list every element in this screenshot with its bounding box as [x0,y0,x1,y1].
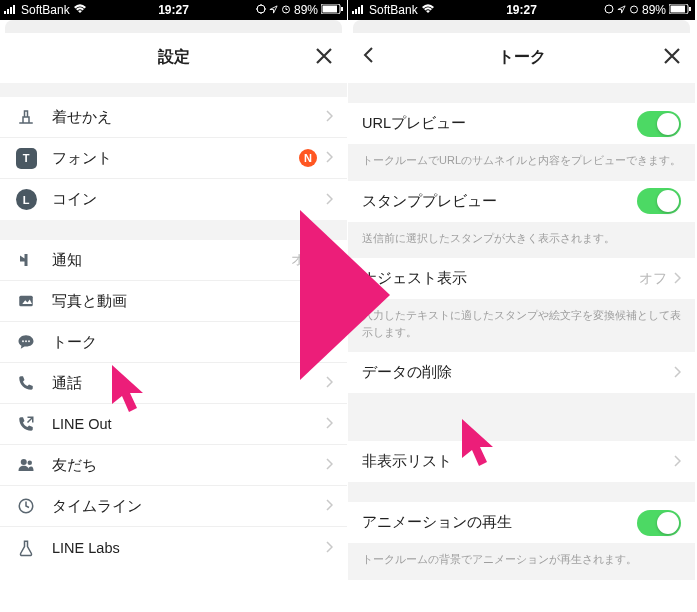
svg-point-19 [28,340,30,342]
row-value: オフ [639,270,667,288]
settings-row-talk[interactable]: トーク [0,322,347,363]
row-suggest[interactable]: ナジェスト表示 オフ [348,258,695,299]
alarm-icon [629,3,639,17]
row-label: データの削除 [362,363,673,382]
battery-icon [669,3,691,17]
row-desc: トークルームの背景でアニメーションが再生されます。 [348,543,695,580]
chevron-right-icon [325,293,333,309]
time-label: 19:27 [506,3,537,17]
row-label: 通話 [52,374,325,393]
row-label: LINE Out [52,416,325,432]
chevron-right-icon [673,271,681,287]
row-hidden-list[interactable]: 非表示リスト [348,441,695,482]
row-desc: 送信前に選択したスタンプが大きく表示されます。 [348,222,695,259]
close-button[interactable] [663,45,681,71]
chevron-right-icon [325,334,333,350]
brush-icon [14,105,38,129]
carrier-label: SoftBank [21,3,70,17]
svg-rect-27 [361,5,363,14]
row-label: アニメーションの再生 [362,513,637,532]
row-label: 非表示リスト [362,452,673,471]
svg-point-21 [28,461,33,466]
nav-bar: トーク [348,33,695,83]
row-stamp-preview[interactable]: スタンププレビュー [348,181,695,222]
row-label: コイン [52,190,325,209]
row-desc: トークルームでURLのサムネイルと内容をプレビューできます。 [348,144,695,181]
svg-rect-2 [10,7,12,14]
svg-point-17 [22,340,24,342]
status-bar: SoftBank 19:27 89% [0,0,347,20]
nav-arrow-icon [617,3,626,17]
toggle-animation[interactable] [637,510,681,536]
settings-row-friends[interactable]: 友だち [0,445,347,486]
page-title: 設定 [158,47,190,68]
row-animation[interactable]: アニメーションの再生 [348,502,695,543]
chevron-right-icon [325,252,333,268]
row-value: オン [291,251,319,269]
row-url-preview[interactable]: URLプレビュー [348,103,695,144]
svg-rect-25 [355,9,357,14]
svg-rect-32 [689,7,691,11]
settings-row-coin[interactable]: L コイン [0,179,347,220]
chevron-right-icon [325,192,333,208]
svg-point-20 [21,459,27,465]
wifi-icon [73,3,87,17]
lineout-icon [14,412,38,436]
nav-arrow-icon [269,3,278,17]
svg-rect-3 [13,5,15,14]
bell-icon [14,248,38,272]
svg-rect-1 [7,9,9,14]
svg-rect-26 [358,7,360,14]
row-label: URLプレビュー [362,114,637,133]
row-label: 通知 [52,251,291,270]
svg-point-28 [605,5,613,13]
friends-icon [14,453,38,477]
row-label: スタンププレビュー [362,192,637,211]
labs-icon [14,536,38,560]
row-label: トーク [52,333,325,352]
new-badge: N [299,149,317,167]
settings-row-notify[interactable]: 通知 オン [0,240,347,281]
location-icon [604,3,614,17]
battery-icon [321,3,343,17]
chevron-right-icon [673,365,681,381]
tab-edge [353,20,690,33]
svg-rect-0 [4,11,6,14]
coin-icon: L [14,188,38,212]
chevron-right-icon [325,109,333,125]
alarm-icon [281,3,291,17]
chevron-right-icon [325,540,333,556]
chevron-right-icon [325,416,333,432]
toggle-stamp-preview[interactable] [637,188,681,214]
wifi-icon [421,3,435,17]
settings-row-call[interactable]: 通話 [0,363,347,404]
settings-screen: SoftBank 19:27 89% 設定 [0,0,348,612]
settings-row-lineout[interactable]: LINE Out [0,404,347,445]
row-desc: 入力したテキストに適したスタンプや絵文字を変換候補として表示します。 [348,299,695,352]
svg-point-4 [257,5,265,13]
chevron-right-icon [673,454,681,470]
back-button[interactable] [362,46,374,69]
svg-rect-31 [671,6,686,13]
toggle-url-preview[interactable] [637,111,681,137]
settings-row-font[interactable]: T フォント N [0,138,347,179]
row-delete-data[interactable]: データの削除 [348,352,695,393]
chevron-right-icon [325,375,333,391]
settings-row-photo[interactable]: 写真と動画 [0,281,347,322]
row-label: LINE Labs [52,540,325,556]
chevron-right-icon [325,498,333,514]
svg-rect-14 [341,7,343,11]
row-label: フォント [52,149,299,168]
settings-row-theme[interactable]: 着せかえ [0,97,347,138]
settings-list-2: 通知 オン 写真と動画 トーク [0,240,347,568]
location-icon [256,3,266,17]
row-label: 着せかえ [52,108,325,127]
settings-row-labs[interactable]: LINE Labs [0,527,347,568]
row-label: 友だち [52,456,325,475]
svg-rect-13 [323,6,338,13]
close-button[interactable] [315,45,333,71]
tab-edge [5,20,342,33]
signal-icon [4,3,18,17]
settings-row-timeline[interactable]: タイムライン [0,486,347,527]
svg-rect-24 [352,11,354,14]
